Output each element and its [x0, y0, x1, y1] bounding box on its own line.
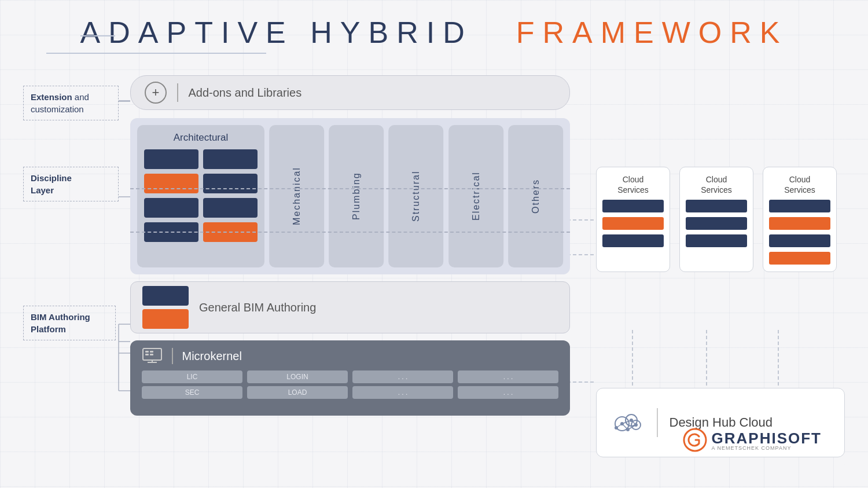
microkernel-icon: [142, 347, 163, 365]
mk-btn-login: LOGIN: [247, 370, 348, 383]
bim-label: BIM AuthoringPlatform: [23, 306, 116, 340]
microkernel-title: Microkernel: [182, 350, 242, 363]
page-title-area: ADAPTIVE HYBRID FRAMEWORK: [0, 0, 868, 54]
discipline-col-electrical: Electrical: [448, 125, 503, 267]
design-hub-icon: [610, 408, 645, 438]
addons-bar: + Add-ons and Libraries: [130, 75, 570, 110]
cloud-card-1-block-3: [602, 234, 664, 247]
mk-btn-load: LOAD: [247, 386, 348, 399]
page-content: ADAPTIVE HYBRID FRAMEWORK: [0, 0, 868, 488]
mk-btn-lic: LIC: [142, 370, 242, 383]
cloud-card-1-title: CloudServices: [602, 174, 664, 195]
bim-blocks: [142, 286, 189, 329]
discipline-col-structural: Structural: [388, 125, 443, 267]
svg-line-31: [616, 424, 622, 428]
mk-divider: [172, 348, 173, 364]
arch-blocks: [144, 149, 258, 242]
bim-bold: BIM AuthoringPlatform: [31, 312, 90, 334]
arch-block-orange-1: [144, 174, 198, 193]
mk-btn-sec: SEC: [142, 386, 242, 399]
title-part1: ADAPTIVE HYBRID: [80, 16, 473, 49]
svg-rect-20: [150, 354, 153, 355]
cloud-card-3: CloudServices: [763, 167, 837, 272]
framework-box: + Add-ons and Libraries Architectural: [130, 75, 570, 453]
mk-btn-dots4: . . .: [458, 386, 558, 399]
bim-authoring-label: General BIM Authoring: [199, 301, 316, 314]
diagram-area: Extension andcustomization DisciplineLay…: [23, 75, 845, 465]
bim-block-orange: [142, 309, 189, 329]
bim-block-dark: [142, 286, 189, 306]
microkernel-box: Microkernel LIC LOGIN . . . . . . SEC LO…: [130, 340, 570, 416]
title-underline: [46, 53, 266, 54]
graphisoft-name: GRAPHISOFT: [712, 430, 822, 447]
microkernel-header: Microkernel: [142, 347, 558, 365]
cloud-card-2: CloudServices: [679, 167, 753, 272]
arch-title: Architectural: [144, 132, 258, 144]
svg-rect-18: [145, 354, 149, 355]
discipline-section: Architectural Mechanical Plumbing: [130, 118, 570, 274]
arch-block-dark-4: [144, 198, 198, 218]
cloud-card-1: CloudServices: [596, 167, 670, 272]
cloud-card-3-block-3: [769, 234, 830, 247]
discipline-col-plumbing: Plumbing: [329, 125, 384, 267]
discipline-bold: DisciplineLayer: [31, 173, 72, 195]
cloud-card-3-title: CloudServices: [769, 174, 830, 195]
arch-panel: Architectural: [137, 125, 264, 267]
cloud-card-2-block-2: [686, 217, 747, 230]
dashed-line-2: [130, 232, 570, 233]
title-part2: FRAMEWORK: [516, 16, 788, 49]
cloud-card-3-block-4: [769, 252, 830, 265]
mk-btn-dots1: . . .: [352, 370, 453, 383]
cloud-card-3-block-2: [769, 217, 830, 230]
discipline-label: DisciplineLayer: [23, 167, 119, 201]
addons-plus-icon: +: [145, 82, 167, 104]
cloud-card-2-title: CloudServices: [686, 174, 747, 195]
logo-text-area: GRAPHISOFT A NEMETSCHEK COMPANY: [712, 430, 822, 451]
cloud-card-3-block-1: [769, 200, 830, 212]
cloud-card-1-block-1: [602, 200, 664, 212]
addons-divider: [177, 83, 178, 102]
discipline-col-others: Others: [508, 125, 563, 267]
discipline-col-mechanical: Mechanical: [269, 125, 324, 267]
mk-btn-dots2: . . .: [458, 370, 558, 383]
hub-divider: [657, 408, 658, 437]
dashed-line-1: [130, 188, 570, 189]
extension-bold: Extension: [31, 92, 72, 102]
bim-authoring-box: General BIM Authoring: [130, 281, 570, 333]
arch-block-dark-1: [144, 149, 198, 169]
mk-btn-dots3: . . .: [352, 386, 453, 399]
cloud-services-area: CloudServices CloudServices CloudService…: [596, 167, 837, 272]
svg-rect-19: [150, 351, 153, 353]
addons-label: Add-ons and Libraries: [189, 86, 302, 100]
arch-block-dark-2: [203, 149, 258, 169]
arch-block-dark-5: [203, 198, 258, 218]
extension-label: Extension andcustomization: [23, 86, 119, 120]
svg-rect-17: [145, 351, 149, 353]
cloud-card-2-block-1: [686, 200, 747, 212]
arch-block-dark-3: [203, 174, 258, 193]
graphisoft-logo: GRAPHISOFT A NEMETSCHEK COMPANY: [683, 428, 822, 452]
graphisoft-logo-icon: [683, 428, 707, 452]
cloud-card-1-block-2: [602, 217, 664, 230]
microkernel-grid: LIC LOGIN . . . . . . SEC LOAD . . . . .…: [142, 370, 558, 399]
cloud-card-2-block-3: [686, 234, 747, 247]
